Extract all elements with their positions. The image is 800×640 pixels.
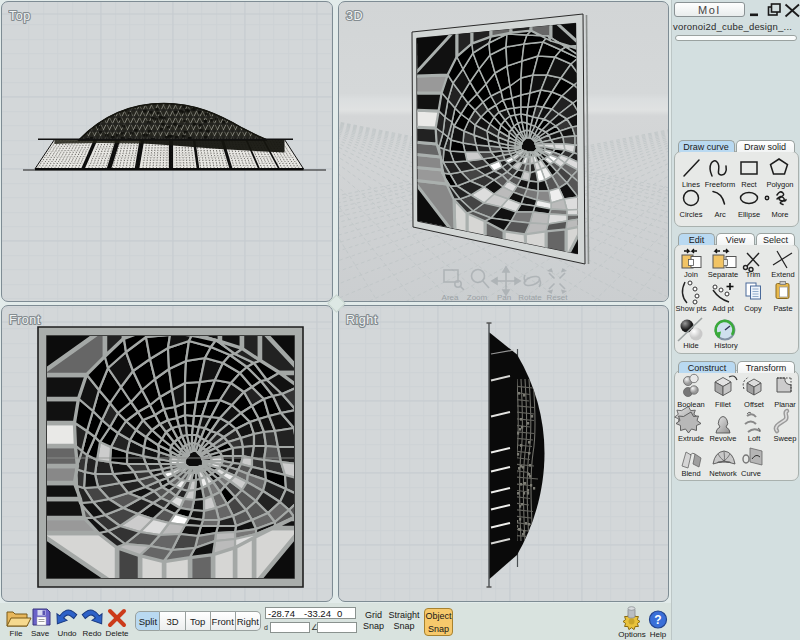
svg-text:Pan: Pan (497, 293, 511, 302)
svg-text:Top: Top (9, 9, 31, 23)
svg-text:?: ? (654, 613, 661, 627)
svg-text:Rotate: Rotate (518, 293, 542, 302)
svg-text:Area: Area (442, 293, 459, 302)
svg-text:Zoom: Zoom (467, 293, 488, 302)
svg-text:Front: Front (9, 313, 41, 327)
svg-text:Right: Right (346, 313, 378, 327)
svg-text:Reset: Reset (547, 293, 569, 302)
svg-text:3D: 3D (346, 9, 363, 23)
